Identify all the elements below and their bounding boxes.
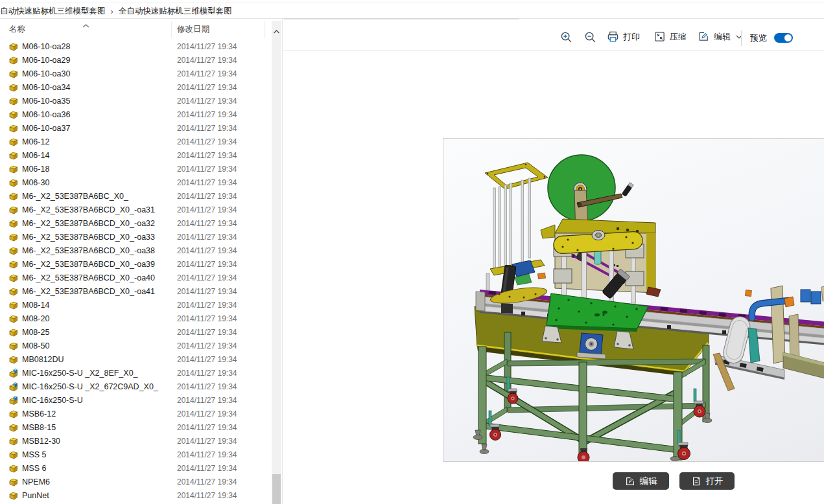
file-name: M6-_X2_53E387BA6BCD_X0_-oa38 <box>22 244 155 258</box>
file-row[interactable]: M06-10-oa302014/11/27 19:34 <box>0 67 272 81</box>
file-row[interactable]: M6-_X2_53E387BA6BCD_X0_-oa392014/11/27 1… <box>0 258 272 271</box>
file-row[interactable]: M6-_X2_53E387BA6BCD_X0_-oa332014/11/27 1… <box>0 231 272 244</box>
part-file-icon <box>8 69 19 79</box>
part-file-icon <box>8 82 19 93</box>
edit-label: 编辑 <box>714 31 731 43</box>
file-name: M6-_X2_53E387BA6BCD_X0_-oa40 <box>22 271 155 285</box>
toolbar-divider <box>741 30 742 46</box>
file-row[interactable]: MIC-16x250-S-U _X2_672C9AD_X0_2014/11/27… <box>0 380 272 394</box>
file-row[interactable]: M06-10-oa292014/11/27 19:34 <box>0 54 272 67</box>
file-row[interactable]: M6-_X2_53E387BA6BCD_X0_-oa322014/11/27 1… <box>0 217 272 231</box>
scrollbar-thumb[interactable] <box>272 474 281 504</box>
file-row[interactable]: M06-10-oa282014/11/27 19:34 <box>0 40 272 54</box>
breadcrumb-item-parent[interactable]: 自动快速贴标机三维模型套图 <box>0 6 106 17</box>
file-row[interactable]: M6-_X2_53E387BA6BCD_X0_-oa412014/11/27 1… <box>0 285 272 299</box>
column-header-date[interactable]: 修改日期 <box>177 24 209 35</box>
file-name: M06-12 <box>22 135 49 149</box>
preview-label: 预览 <box>750 32 767 44</box>
file-date: 2014/11/27 19:34 <box>177 326 237 339</box>
file-date: 2014/11/27 19:34 <box>177 190 237 203</box>
file-row[interactable]: M08-142014/11/27 19:34 <box>0 299 272 312</box>
file-row[interactable]: MIC-16x250-S-U2014/11/27 19:34 <box>0 394 272 407</box>
file-row[interactable]: M6-_X2_53E387BA6BCD_X0_-oa382014/11/27 1… <box>0 244 272 258</box>
file-row[interactable]: M06-142014/11/27 19:34 <box>0 149 272 163</box>
file-name: PunNet <box>22 489 49 503</box>
file-row[interactable]: M06-10-oa372014/11/27 19:34 <box>0 122 272 135</box>
file-row[interactable]: M6-_X2_53E387BA6BC_X0_2014/11/27 19:34 <box>0 190 272 203</box>
print-button[interactable]: 打印 <box>607 30 640 43</box>
file-row[interactable]: M06-182014/11/27 19:34 <box>0 163 272 176</box>
file-name: MB0812DU <box>22 353 64 367</box>
file-row[interactable]: NPEM62014/11/27 19:34 <box>0 475 272 489</box>
window-top-strip <box>0 0 824 3</box>
zoom-out-icon <box>584 31 596 43</box>
caster <box>678 442 690 460</box>
file-name: M6-_X2_53E387BA6BCD_X0_-oa32 <box>22 217 155 231</box>
file-name: MSS 5 <box>22 448 47 462</box>
file-row[interactable]: MSS 52014/11/27 19:34 <box>0 448 272 462</box>
file-row[interactable]: M6-_X2_53E387BA6BCD_X0_-oa402014/11/27 1… <box>0 271 272 285</box>
file-row[interactable]: M06-10-oa362014/11/27 19:34 <box>0 108 272 122</box>
file-date: 2014/11/27 19:34 <box>177 489 237 503</box>
file-row[interactable]: M06-10-oa342014/11/27 19:34 <box>0 81 272 95</box>
file-name: MSS 6 <box>22 462 47 475</box>
file-row[interactable]: M6-_X2_53E387BA6BCD_X0_-oa312014/11/27 1… <box>0 203 272 217</box>
sort-ascending-icon[interactable] <box>82 21 89 30</box>
file-name: MSB12-30 <box>22 435 60 448</box>
file-name: M08-50 <box>22 339 49 353</box>
file-list: M06-10-oa282014/11/27 19:34M06-10-oa2920… <box>0 40 272 504</box>
column-header-name[interactable]: 名称 <box>9 24 25 35</box>
file-row[interactable]: PunNet2014/11/27 19:34 <box>0 489 272 503</box>
file-row[interactable]: M06-302014/11/27 19:34 <box>0 176 272 190</box>
caster <box>490 424 501 441</box>
part-file-icon <box>8 490 19 501</box>
file-row[interactable]: M06-10-oa352014/11/27 19:34 <box>0 95 272 108</box>
file-list-scrollbar[interactable] <box>272 21 281 504</box>
edit-file-button[interactable]: 编辑 <box>613 472 669 490</box>
file-row[interactable]: M08-502014/11/27 19:34 <box>0 339 272 353</box>
file-row[interactable]: M08-252014/11/27 19:34 <box>0 326 272 339</box>
open-file-button[interactable]: 打开 <box>679 472 735 490</box>
zoom-in-icon <box>560 31 572 43</box>
file-row[interactable]: M08-202014/11/27 19:34 <box>0 312 272 326</box>
file-date: 2014/11/27 19:34 <box>177 122 237 135</box>
part-file-icon <box>8 191 19 201</box>
file-row[interactable]: MSB6-122014/11/27 19:34 <box>0 407 272 421</box>
part-file-icon <box>8 354 19 365</box>
zoom-in-button[interactable] <box>560 31 572 43</box>
part-file-icon <box>8 341 19 351</box>
file-row[interactable]: MSB8-152014/11/27 19:34 <box>0 421 272 435</box>
file-row[interactable]: M06-122014/11/27 19:34 <box>0 135 272 149</box>
file-date: 2014/11/27 19:34 <box>177 163 237 176</box>
edit-button[interactable]: 编辑 <box>698 30 742 43</box>
file-row[interactable]: MIC-16x250-S-U _X2_8EF_X0_2014/11/27 19:… <box>0 367 272 380</box>
file-date: 2014/11/27 19:34 <box>177 312 237 326</box>
file-row[interactable]: MSS 62014/11/27 19:34 <box>0 462 272 475</box>
file-date: 2014/11/27 19:34 <box>177 407 237 421</box>
file-date: 2014/11/27 19:34 <box>177 285 237 299</box>
part-file-icon <box>8 422 19 433</box>
part-file-icon <box>8 286 19 297</box>
part-file-icon <box>8 41 19 52</box>
column-divider[interactable] <box>171 21 172 38</box>
column-divider[interactable] <box>264 21 265 38</box>
file-row[interactable]: MSB12-302014/11/27 19:34 <box>0 435 272 448</box>
file-name: M6-_X2_53E387BA6BC_X0_ <box>22 190 128 203</box>
file-name: M06-10-oa35 <box>22 95 70 108</box>
file-date: 2014/11/27 19:34 <box>177 353 237 367</box>
file-date: 2014/11/27 19:34 <box>177 95 237 108</box>
part-file-icon <box>8 164 19 174</box>
zoom-out-button[interactable] <box>584 31 596 43</box>
file-date: 2014/11/27 19:34 <box>177 448 237 462</box>
scroll-up-icon[interactable] <box>274 25 279 36</box>
edit-icon <box>625 476 635 487</box>
preview-toggle[interactable] <box>774 33 793 43</box>
file-date: 2014/11/27 19:34 <box>177 299 237 312</box>
open-file-label: 打开 <box>706 475 724 487</box>
edit-file-label: 编辑 <box>640 475 657 487</box>
part-file-icon <box>8 55 19 65</box>
breadcrumb-item-current[interactable]: 全自动快速贴标机三维模型套图 <box>119 6 232 17</box>
part-file-icon <box>8 450 19 460</box>
file-row[interactable]: MB0812DU2014/11/27 19:34 <box>0 353 272 367</box>
compress-button[interactable]: 压缩 <box>653 30 687 43</box>
